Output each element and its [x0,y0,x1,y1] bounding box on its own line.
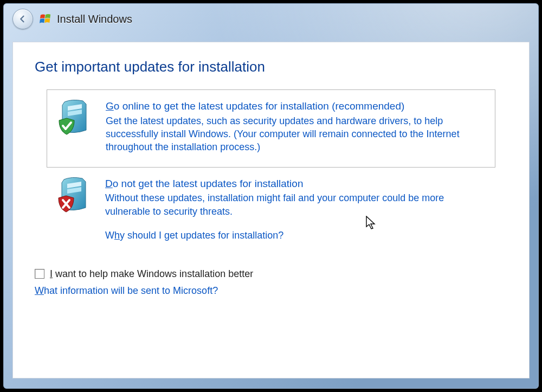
option-go-online-desc: Get the latest updates, such as security… [106,114,482,154]
help-improve-checkbox-row[interactable]: I want to help make Windows installation… [35,268,507,280]
info-sent-link[interactable]: What information will be sent to Microso… [35,285,218,297]
page-heading: Get important updates for installation [35,59,507,75]
update-shield-fail-icon [57,177,91,217]
help-improve-checkbox[interactable] [35,269,44,279]
back-button[interactable] [12,9,33,29]
update-shield-ok-icon [58,100,92,140]
title-bar: Install Windows [4,4,538,34]
option-go-online[interactable]: Go online to get the latest updates for … [47,89,495,168]
window-title-text: Install Windows [57,13,132,25]
option-skip-updates-desc: Without these updates, installation migh… [105,191,482,218]
option-skip-updates-title: Do not get the latest updates for instal… [105,177,482,191]
content-panel: Get important updates for installation [12,42,530,378]
windows-logo-icon [40,13,51,25]
window-title: Install Windows [40,13,132,25]
back-arrow-icon [18,14,28,24]
option-go-online-title: Go online to get the latest updates for … [106,100,482,113]
why-updates-link[interactable]: Why should I get updates for installatio… [105,230,283,241]
option-skip-updates[interactable]: Do not get the latest updates for instal… [47,168,495,254]
help-improve-label: I want to help make Windows installation… [50,268,253,280]
wizard-window: Install Windows Get important updates fo… [3,3,539,389]
